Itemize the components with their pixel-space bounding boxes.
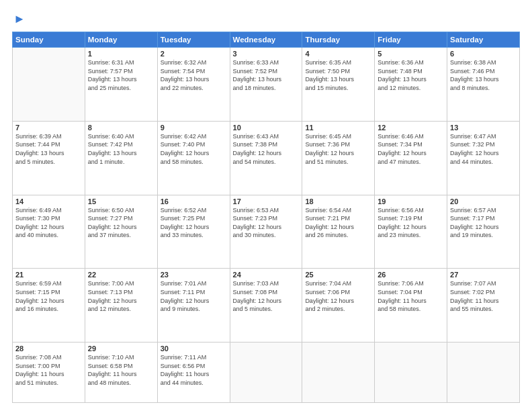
calendar-cell: 24Sunrise: 7:03 AM Sunset: 7:08 PM Dayli…: [230, 269, 302, 342]
day-number: 15: [88, 197, 154, 205]
calendar-table: SundayMondayTuesdayWednesdayThursdayFrid…: [12, 32, 520, 403]
weekday-header-wednesday: Wednesday: [230, 32, 302, 48]
day-number: 20: [450, 197, 517, 205]
calendar-cell: [302, 342, 375, 403]
day-number: 16: [161, 197, 227, 205]
day-number: 14: [15, 197, 82, 205]
calendar-cell: 11Sunrise: 6:45 AM Sunset: 7:36 PM Dayli…: [302, 121, 375, 195]
calendar-cell: 18Sunrise: 6:54 AM Sunset: 7:21 PM Dayli…: [302, 195, 375, 269]
header: ►: [12, 12, 520, 26]
calendar-cell: [375, 342, 447, 403]
day-number: 30: [161, 345, 227, 353]
calendar-cell: 8Sunrise: 6:40 AM Sunset: 7:42 PM Daylig…: [85, 121, 157, 195]
week-row-2: 7Sunrise: 6:39 AM Sunset: 7:44 PM Daylig…: [13, 121, 520, 195]
day-number: 4: [305, 50, 371, 58]
day-info: Sunrise: 6:52 AM Sunset: 7:25 PM Dayligh…: [161, 206, 227, 240]
day-info: Sunrise: 7:01 AM Sunset: 7:11 PM Dayligh…: [161, 279, 227, 313]
day-info: Sunrise: 6:47 AM Sunset: 7:32 PM Dayligh…: [450, 132, 517, 166]
day-info: Sunrise: 7:00 AM Sunset: 7:13 PM Dayligh…: [88, 279, 154, 313]
calendar-cell: 6Sunrise: 6:38 AM Sunset: 7:46 PM Daylig…: [447, 48, 520, 122]
weekday-header-sunday: Sunday: [13, 32, 85, 48]
day-info: Sunrise: 6:49 AM Sunset: 7:30 PM Dayligh…: [15, 206, 82, 240]
calendar-cell: 17Sunrise: 6:53 AM Sunset: 7:23 PM Dayli…: [230, 195, 302, 269]
calendar-cell: 21Sunrise: 6:59 AM Sunset: 7:15 PM Dayli…: [13, 269, 85, 342]
day-info: Sunrise: 7:11 AM Sunset: 6:56 PM Dayligh…: [161, 353, 227, 387]
day-info: Sunrise: 6:36 AM Sunset: 7:48 PM Dayligh…: [378, 58, 444, 92]
calendar-cell: 19Sunrise: 6:56 AM Sunset: 7:19 PM Dayli…: [375, 195, 447, 269]
day-info: Sunrise: 6:54 AM Sunset: 7:21 PM Dayligh…: [305, 206, 371, 240]
week-row-5: 28Sunrise: 7:08 AM Sunset: 7:00 PM Dayli…: [13, 342, 520, 403]
day-info: Sunrise: 6:38 AM Sunset: 7:46 PM Dayligh…: [450, 58, 517, 92]
calendar-cell: 5Sunrise: 6:36 AM Sunset: 7:48 PM Daylig…: [375, 48, 447, 122]
calendar-cell: 26Sunrise: 7:06 AM Sunset: 7:04 PM Dayli…: [375, 269, 447, 342]
week-row-4: 21Sunrise: 6:59 AM Sunset: 7:15 PM Dayli…: [13, 269, 520, 342]
day-info: Sunrise: 7:03 AM Sunset: 7:08 PM Dayligh…: [233, 279, 300, 313]
day-number: 18: [305, 197, 371, 205]
day-number: 21: [15, 271, 82, 279]
page: ► SundayMondayTuesdayWednesdayThursdayFr…: [0, 0, 532, 411]
week-row-1: 1Sunrise: 6:31 AM Sunset: 7:57 PM Daylig…: [13, 48, 520, 122]
weekday-header-thursday: Thursday: [302, 32, 375, 48]
weekday-header-friday: Friday: [375, 32, 447, 48]
day-number: 27: [450, 271, 517, 279]
day-info: Sunrise: 6:46 AM Sunset: 7:34 PM Dayligh…: [378, 132, 444, 166]
calendar-cell: 10Sunrise: 6:43 AM Sunset: 7:38 PM Dayli…: [230, 121, 302, 195]
calendar-cell: 13Sunrise: 6:47 AM Sunset: 7:32 PM Dayli…: [447, 121, 520, 195]
calendar-cell: 9Sunrise: 6:42 AM Sunset: 7:40 PM Daylig…: [157, 121, 230, 195]
calendar-cell: 2Sunrise: 6:32 AM Sunset: 7:54 PM Daylig…: [157, 48, 230, 122]
logo-arrow-icon: ►: [13, 12, 26, 26]
day-number: 29: [88, 345, 154, 353]
day-number: 24: [233, 271, 300, 279]
calendar-cell: 22Sunrise: 7:00 AM Sunset: 7:13 PM Dayli…: [85, 269, 157, 342]
day-number: 3: [233, 50, 300, 58]
day-number: 13: [450, 124, 517, 132]
day-number: 9: [161, 124, 227, 132]
day-info: Sunrise: 6:56 AM Sunset: 7:19 PM Dayligh…: [378, 206, 444, 240]
day-info: Sunrise: 7:04 AM Sunset: 7:06 PM Dayligh…: [305, 279, 371, 313]
calendar-cell: 1Sunrise: 6:31 AM Sunset: 7:57 PM Daylig…: [85, 48, 157, 122]
calendar-cell: 15Sunrise: 6:50 AM Sunset: 7:27 PM Dayli…: [85, 195, 157, 269]
day-info: Sunrise: 6:31 AM Sunset: 7:57 PM Dayligh…: [88, 58, 154, 92]
day-info: Sunrise: 6:33 AM Sunset: 7:52 PM Dayligh…: [233, 58, 300, 92]
day-number: 12: [378, 124, 444, 132]
day-number: 26: [378, 271, 444, 279]
calendar-cell: 23Sunrise: 7:01 AM Sunset: 7:11 PM Dayli…: [157, 269, 230, 342]
day-number: 8: [88, 124, 154, 132]
day-info: Sunrise: 6:43 AM Sunset: 7:38 PM Dayligh…: [233, 132, 300, 166]
calendar-cell: 27Sunrise: 7:07 AM Sunset: 7:02 PM Dayli…: [447, 269, 520, 342]
day-info: Sunrise: 6:59 AM Sunset: 7:15 PM Dayligh…: [15, 279, 82, 313]
day-number: 7: [15, 124, 82, 132]
calendar-cell: 29Sunrise: 7:10 AM Sunset: 6:58 PM Dayli…: [85, 342, 157, 403]
calendar-cell: 12Sunrise: 6:46 AM Sunset: 7:34 PM Dayli…: [375, 121, 447, 195]
day-number: 11: [305, 124, 371, 132]
day-info: Sunrise: 7:08 AM Sunset: 7:00 PM Dayligh…: [15, 353, 82, 387]
calendar-cell: 25Sunrise: 7:04 AM Sunset: 7:06 PM Dayli…: [302, 269, 375, 342]
day-info: Sunrise: 7:06 AM Sunset: 7:04 PM Dayligh…: [378, 279, 444, 313]
calendar-cell: [447, 342, 520, 403]
day-number: 10: [233, 124, 300, 132]
weekday-header-saturday: Saturday: [447, 32, 520, 48]
day-number: 19: [378, 197, 444, 205]
calendar-cell: [230, 342, 302, 403]
day-info: Sunrise: 6:32 AM Sunset: 7:54 PM Dayligh…: [161, 58, 227, 92]
calendar-cell: 3Sunrise: 6:33 AM Sunset: 7:52 PM Daylig…: [230, 48, 302, 122]
day-number: 28: [15, 345, 82, 353]
calendar-cell: 28Sunrise: 7:08 AM Sunset: 7:00 PM Dayli…: [13, 342, 85, 403]
day-info: Sunrise: 6:42 AM Sunset: 7:40 PM Dayligh…: [161, 132, 227, 166]
day-number: 22: [88, 271, 154, 279]
calendar-cell: [13, 48, 85, 122]
day-number: 1: [88, 50, 154, 58]
calendar-cell: 16Sunrise: 6:52 AM Sunset: 7:25 PM Dayli…: [157, 195, 230, 269]
day-info: Sunrise: 6:57 AM Sunset: 7:17 PM Dayligh…: [450, 206, 517, 240]
calendar-cell: 4Sunrise: 6:35 AM Sunset: 7:50 PM Daylig…: [302, 48, 375, 122]
calendar-cell: 14Sunrise: 6:49 AM Sunset: 7:30 PM Dayli…: [13, 195, 85, 269]
day-number: 5: [378, 50, 444, 58]
day-info: Sunrise: 7:10 AM Sunset: 6:58 PM Dayligh…: [88, 353, 154, 387]
day-number: 2: [161, 50, 227, 58]
day-info: Sunrise: 6:39 AM Sunset: 7:44 PM Dayligh…: [15, 132, 82, 166]
day-number: 23: [161, 271, 227, 279]
weekday-header-monday: Monday: [85, 32, 157, 48]
day-info: Sunrise: 6:50 AM Sunset: 7:27 PM Dayligh…: [88, 206, 154, 240]
logo: ►: [12, 12, 26, 26]
day-number: 25: [305, 271, 371, 279]
